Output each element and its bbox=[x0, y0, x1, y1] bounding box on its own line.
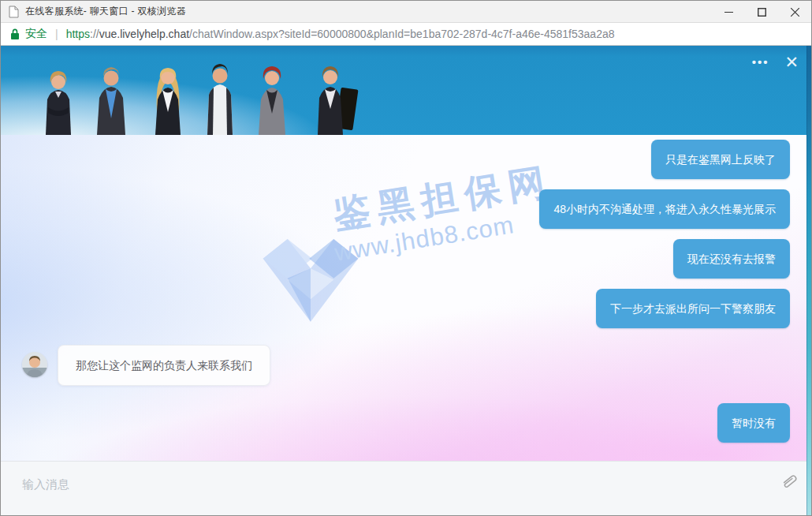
person-1 bbox=[46, 71, 71, 135]
chat-message-row-incoming: 那您让这个监网的负责人来联系我们 bbox=[22, 345, 270, 386]
url-scheme: https bbox=[66, 28, 90, 40]
chat-body: 鉴黑担保网 www.jhdb8.com 只是在鉴黑网上反映了 48小时内不沟通处… bbox=[1, 135, 812, 461]
maximize-button[interactable] bbox=[745, 1, 778, 23]
chat-message-outgoing: 下一步才去派出所问一下警察朋友 bbox=[596, 289, 790, 328]
chat-header: ••• ✕ bbox=[1, 46, 812, 135]
chat-close-icon[interactable]: ✕ bbox=[781, 52, 802, 72]
security-label: 安全 bbox=[25, 27, 47, 41]
chat-message-outgoing: 48小时内不沟通处理，将进入永久性暴光展示 bbox=[539, 189, 790, 229]
message-list: 只是在鉴黑网上反映了 48小时内不沟通处理，将进入永久性暴光展示 现在还没有去报… bbox=[1, 135, 812, 443]
url-path: /chatWindow.aspx?siteId=60000800&planId=… bbox=[189, 28, 614, 40]
support-team-banner bbox=[1, 46, 371, 135]
chat-message-incoming: 那您让这个监网的负责人来联系我们 bbox=[58, 345, 270, 386]
chat-message-outgoing: 暂时没有 bbox=[717, 403, 790, 443]
agent-avatar bbox=[22, 352, 47, 377]
close-icon bbox=[791, 8, 799, 17]
paperclip-icon[interactable] bbox=[779, 470, 799, 491]
chat-menu-dots-icon[interactable]: ••• bbox=[751, 53, 771, 71]
document-icon bbox=[9, 6, 19, 18]
title-bar: 在线客服系统- 聊天窗口 - 双核浏览器 bbox=[1, 1, 811, 23]
window-controls bbox=[712, 1, 811, 23]
chat-message-outgoing: 现在还没有去报警 bbox=[673, 239, 790, 279]
window-title: 在线客服系统- 聊天窗口 - 双核浏览器 bbox=[25, 5, 186, 18]
url-text[interactable]: https://vue.livelyhelp.chat/chatWindow.a… bbox=[66, 28, 615, 40]
address-divider: | bbox=[55, 28, 58, 40]
browser-window: 在线客服系统- 聊天窗口 - 双核浏览器 安全 | https://vue.li… bbox=[0, 0, 812, 516]
person-3 bbox=[155, 68, 181, 135]
message-input[interactable] bbox=[22, 468, 747, 499]
chat-window: ••• ✕ 鉴黑担保网 www.jhdb8.com 只 bbox=[1, 46, 812, 516]
message-input-area bbox=[1, 461, 812, 516]
address-bar[interactable]: 安全 | https://vue.livelyhelp.chat/chatWin… bbox=[1, 23, 811, 46]
person-6 bbox=[318, 66, 359, 135]
scrollbar-strip[interactable] bbox=[806, 46, 812, 516]
person-4 bbox=[207, 64, 233, 135]
maximize-icon bbox=[758, 8, 766, 17]
chat-header-actions: ••• ✕ bbox=[751, 52, 802, 72]
close-button[interactable] bbox=[778, 1, 811, 23]
minimize-icon bbox=[724, 8, 733, 17]
person-5 bbox=[259, 66, 285, 135]
person-2 bbox=[97, 67, 125, 135]
chat-message-outgoing: 只是在鉴黑网上反映了 bbox=[651, 140, 790, 179]
lock-icon bbox=[10, 28, 20, 40]
url-domain: vue.livelyhelp.chat bbox=[99, 28, 189, 40]
minimize-button[interactable] bbox=[712, 1, 745, 23]
url-separator: :// bbox=[90, 28, 99, 40]
